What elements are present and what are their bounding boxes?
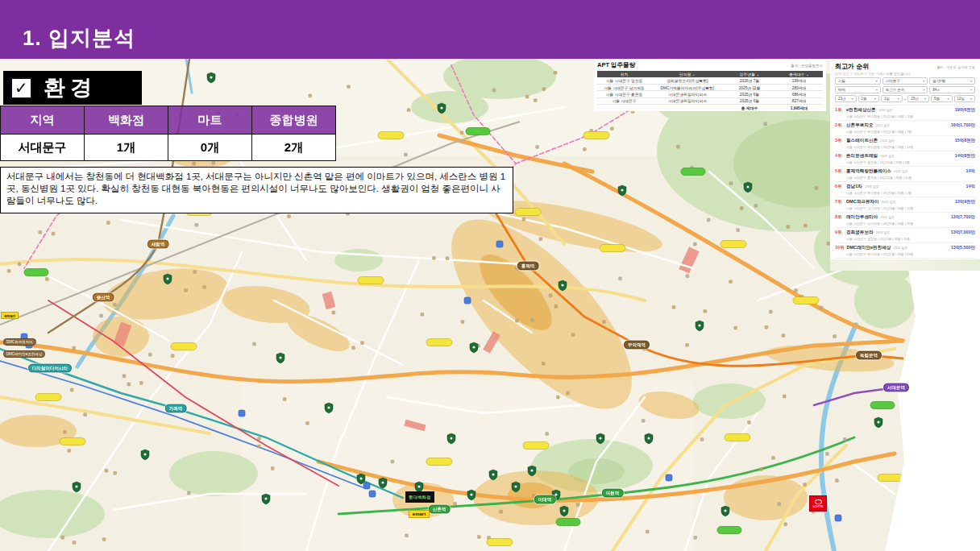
building-icon — [619, 277, 622, 280]
school-shield-icon — [560, 506, 568, 516]
station-gajwa[interactable]: 가좌역 — [165, 404, 187, 413]
rank-list-item[interactable]: 8위래미안루센티아2020 입주13억7,700만서울 서대문구 남가좌동 | … — [835, 213, 975, 228]
environment-table: 지역 백화점 마트 종합병원 서대문구 1개 0개 2개 — [0, 106, 336, 161]
building-icon — [835, 479, 838, 483]
apt-col-complex[interactable]: 단지명 ⌄ — [651, 71, 724, 77]
building-icon — [772, 456, 775, 459]
station-muakjae[interactable]: 무악재역 — [624, 341, 650, 350]
filter-dong-select[interactable]: 읍/면/동 — [929, 77, 975, 85]
building-icon — [171, 354, 174, 358]
label-pill-yellow — [171, 343, 197, 350]
rank-list-item[interactable]: 1위e편한세상신촌2016 입주19억6천만서울 서대문구 북아현동 | 25년… — [835, 106, 975, 121]
emart-marker-left[interactable]: emart — [1, 312, 19, 319]
school-shield-icon — [438, 103, 446, 114]
school-shield-icon — [73, 482, 81, 492]
apt-row: 서울 서대문구 남가좌동DMC가재울아이파크(주상복합) 2025년 11월28… — [597, 84, 823, 90]
station-dmc[interactable]: 디지털미디어시티 — [28, 364, 72, 373]
trade-price: 14억 — [966, 168, 975, 174]
station-hongje[interactable]: 홍제역 — [517, 262, 539, 271]
filter-start-month-select[interactable]: 1월 — [858, 95, 880, 102]
building-icon — [825, 453, 828, 456]
apt-total-label: 총 세대수 — [724, 105, 775, 111]
station-sinchon[interactable]: 신촌역 — [429, 505, 451, 514]
cell-hospital: 2개 — [252, 135, 336, 161]
movein-year: 2012 입주 — [893, 246, 907, 250]
building-icon — [212, 161, 215, 164]
building-icon — [583, 147, 586, 151]
checkbox-checked-icon[interactable]: ✓ — [10, 77, 32, 99]
apt-col-movein[interactable]: 입주년월 ⌄ — [724, 71, 775, 77]
label-pill-yellow — [426, 458, 452, 466]
filter-city-select[interactable]: 서울 — [835, 77, 881, 85]
building-icon — [782, 334, 785, 337]
cell-mart: 0개 — [168, 135, 252, 161]
filter-end-day-select[interactable]: 12일 — [954, 95, 976, 102]
movein-year: 2016 입주 — [878, 108, 893, 112]
building-icon — [740, 207, 743, 210]
station-saejeol[interactable]: 새절역 — [147, 240, 169, 249]
label-pill-yellow — [523, 442, 549, 450]
building-icon — [525, 95, 529, 98]
station-seodaemun[interactable]: 서대문역 — [883, 383, 909, 392]
col-region: 지역 — [1, 106, 85, 135]
label-pill-yellow — [720, 241, 746, 248]
section-badge-label: 환경 — [44, 73, 97, 102]
trade-detail: 서울 서대문구 남가좌동 | 25년3월 | 34평 | 15층 — [846, 206, 975, 210]
building-icon — [84, 413, 87, 416]
rank-list-item[interactable]: 9위경희궁유보라2026 입주13억7,000만서울 서대문구 영천동 | 25… — [835, 228, 975, 243]
building-icon — [803, 483, 806, 486]
building-icon — [539, 238, 542, 241]
rank-list-item[interactable]: 2위신촌푸르지오2015 입주16억1,700만서울 서대문구 북아현동 | 2… — [835, 121, 975, 136]
filter-size-select[interactable]: 84㎡ — [929, 86, 975, 93]
rank-panel-source: 출처 : 국토부 실거래 조회 — [936, 65, 975, 69]
rank-list-item[interactable]: 7위DMC파크뷰자이2015 입주13억9천만서울 서대문구 남가좌동 | 25… — [835, 197, 975, 213]
building-icon — [765, 325, 768, 329]
rank-list-item[interactable]: 6위경남1차1996 입주14억서울 서대문구 북아현동 | 25년3월 | 3… — [835, 182, 975, 197]
building-icon — [530, 318, 534, 321]
station-ewha[interactable]: 이대역 — [534, 495, 556, 504]
building-icon — [113, 303, 116, 306]
rank-list-item[interactable]: 4위돈의문센트레빌2009 입주14억8천만서울 서대문구 영천동 | 24년1… — [835, 151, 975, 167]
col-mart: 마트 — [168, 106, 252, 135]
emart-marker[interactable]: emart — [409, 510, 430, 518]
rank-list-item[interactable]: 10위DMC래미안e편한세상2012 입주13억5,500만서울 서대문구 북가… — [835, 243, 975, 259]
rank-list-item[interactable]: 3위힐스테이트신촌2020 입주15억8천만서울 서대문구 북아현동 | 24년… — [835, 136, 975, 151]
apt-row: 서울 서대문구 영천동경희궁유보라(주상복합) 2026년 7월199세대 — [597, 77, 823, 84]
filter-start-day-select[interactable]: 1일 — [881, 95, 903, 102]
lotte-marker[interactable]: LOTTE — [809, 495, 827, 512]
station-jeungsan[interactable]: 증산역 — [93, 293, 114, 302]
label-pill-yellow — [487, 539, 513, 546]
filter-district-select[interactable]: 서대문구 — [882, 77, 928, 85]
building-icon — [257, 445, 260, 448]
rank-number: 3위 — [835, 138, 844, 143]
subway-badge-icon — [239, 410, 245, 416]
trade-price: 13억5,500만 — [951, 245, 975, 251]
rank-number: 7위 — [835, 199, 844, 205]
rank-list-item[interactable]: 5위홍제역해링턴플레이스2021 입주14억서울 서대문구 홍제동 | 24년1… — [835, 167, 975, 182]
building-icon — [546, 433, 549, 436]
apt-col-location[interactable]: 위치 — [597, 71, 651, 77]
apt-total-value: 1,995세대 — [775, 105, 823, 111]
station-ahyeon[interactable]: 아현역 — [602, 489, 624, 498]
apt-tooltip[interactable]: DMC파크뷰자이 — [3, 338, 36, 346]
filter-trade-type-select[interactable]: 매매 — [835, 86, 881, 93]
apt-tooltip[interactable]: DMC래미안e편한세상 — [3, 350, 45, 358]
building-icon — [686, 343, 689, 346]
subway-badge-icon — [363, 483, 370, 489]
filter-end-month-select[interactable]: 5월 — [931, 95, 953, 102]
filter-sort-select[interactable]: 최고가 순위 — [882, 86, 928, 93]
apt-col-households[interactable]: 총세대수 ⌄ — [775, 71, 823, 77]
trade-price: 14억8천만 — [955, 153, 975, 159]
hyundai-dept-store-marker[interactable]: 현대백화점 — [405, 491, 434, 503]
building-icon — [534, 98, 537, 102]
station-dongnimmun[interactable]: 독립문역 — [856, 351, 882, 360]
apt-panel-source: 출처 : 분양물량조사 — [791, 64, 823, 68]
filter-end-year-select[interactable]: 25년 — [907, 95, 929, 102]
lotte-logo-icon — [815, 499, 822, 504]
building-icon — [492, 89, 496, 92]
building-icon — [283, 398, 286, 401]
filter-start-year-select[interactable]: 23년 — [835, 95, 857, 102]
building-icon — [391, 460, 394, 463]
cell-department-store: 1개 — [85, 135, 168, 161]
building-icon — [193, 271, 197, 274]
